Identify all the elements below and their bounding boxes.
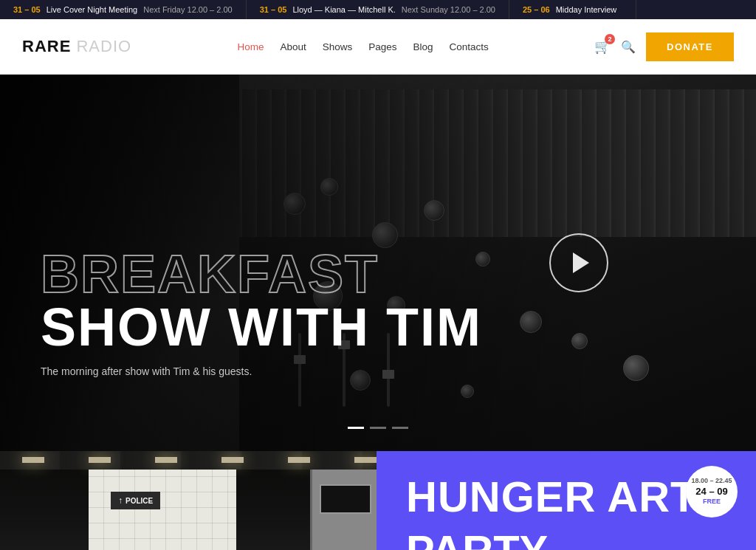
slide-dot-1[interactable]	[348, 427, 364, 429]
hero-subtitle: The morning after show with Tim & his gu…	[41, 365, 482, 377]
hero-slider-dots	[348, 427, 408, 429]
nav-item-shows[interactable]: Shows	[323, 41, 353, 52]
logo-light: RADIO	[76, 37, 131, 55]
subway-light-3	[155, 457, 177, 463]
play-button[interactable]	[549, 233, 608, 292]
header: RARE RADIO Home About Shows Pages Blog C…	[0, 19, 756, 75]
subway-lights	[0, 457, 377, 463]
subway-light-4	[221, 457, 244, 463]
nav-item-home[interactable]: Home	[237, 41, 264, 52]
cart-badge: 2	[605, 34, 615, 44]
logo-bold: RARE	[22, 37, 71, 55]
event-badge-free: FREE	[703, 498, 721, 506]
hero-title: BREAKFAST SHOW WITH TIM	[41, 247, 482, 354]
event-party-line: PARTY Featuring live DJ sets from Zimmer…	[406, 526, 730, 551]
donate-button[interactable]: DONATE	[646, 32, 734, 61]
subway-panel: POLICE	[0, 451, 377, 550]
subway-light-2	[89, 457, 111, 463]
search-icon[interactable]: 🔍	[621, 40, 636, 54]
ticker-item-1: 31 – 05 Live Cover Night Meeting Next Fr…	[0, 0, 247, 19]
hero-content: BREAKFAST SHOW WITH TIM The morning afte…	[41, 247, 482, 377]
ticker-title-2: Lloyd — Kiana — Mitchell K.	[292, 5, 395, 14]
bottom-section: POLICE 18.00 – 22.45 24 – 09 FREE HUNGER…	[0, 451, 756, 550]
ticker-date-3: 25 – 06	[523, 5, 550, 14]
ticker-title-3: Midday Interview	[556, 5, 617, 14]
subway-light-1	[22, 457, 44, 463]
event-badge-time: 18.00 – 22.45	[691, 477, 732, 486]
slide-dot-3[interactable]	[392, 427, 408, 429]
event-badge: 18.00 – 22.45 24 – 09 FREE	[686, 466, 738, 518]
ticker-title-1: Live Cover Night Meeting	[47, 5, 138, 14]
ticker-item-3: 25 – 06 Midday Interview	[509, 0, 636, 19]
ticker-date-2: 31 – 05	[260, 5, 287, 14]
nav-item-pages[interactable]: Pages	[368, 41, 396, 52]
logo[interactable]: RARE RADIO	[22, 37, 131, 56]
police-sign: POLICE	[111, 492, 160, 509]
ticker-item-2: 31 – 05 Lloyd — Kiana — Mitchell K. Next…	[247, 0, 509, 19]
hero-title-outline: BREAKFAST	[41, 247, 482, 300]
ticker-time-1: Next Friday 12.00 – 2.00	[143, 5, 232, 14]
event-name-line2: PARTY	[406, 526, 548, 551]
train-window	[320, 484, 371, 514]
subway-light-6	[354, 457, 377, 463]
event-name-line1: HUNGER ART	[406, 475, 698, 518]
ticker-date-1: 31 – 05	[13, 5, 41, 14]
ticker-bar: 31 – 05 Live Cover Night Meeting Next Fr…	[0, 0, 756, 19]
hero-section: BREAKFAST SHOW WITH TIM The morning afte…	[0, 75, 756, 451]
event-badge-date: 24 – 09	[695, 486, 727, 498]
nav-item-contacts[interactable]: Contacts	[450, 41, 489, 52]
event-title-area: HUNGER ART	[406, 475, 730, 518]
subway-wall-tiles	[89, 470, 236, 550]
event-panel: 18.00 – 22.45 24 – 09 FREE HUNGER ART PA…	[377, 451, 756, 550]
slide-dot-2[interactable]	[370, 427, 386, 429]
subway-wall	[89, 470, 236, 550]
nav-item-blog[interactable]: Blog	[413, 41, 433, 52]
police-sign-text: POLICE	[126, 497, 153, 505]
header-actions: 🛒 2 🔍 DONATE	[594, 32, 734, 61]
hero-title-solid: SHOW WITH TIM	[41, 300, 482, 354]
main-nav: Home About Shows Pages Blog Contacts	[237, 40, 488, 53]
cart-button[interactable]: 🛒 2	[594, 38, 611, 55]
nav-item-about[interactable]: About	[280, 41, 306, 52]
ticker-time-2: Next Sunday 12.00 – 2.00	[402, 5, 495, 14]
subway-train	[310, 470, 377, 550]
subway-light-5	[288, 457, 310, 463]
